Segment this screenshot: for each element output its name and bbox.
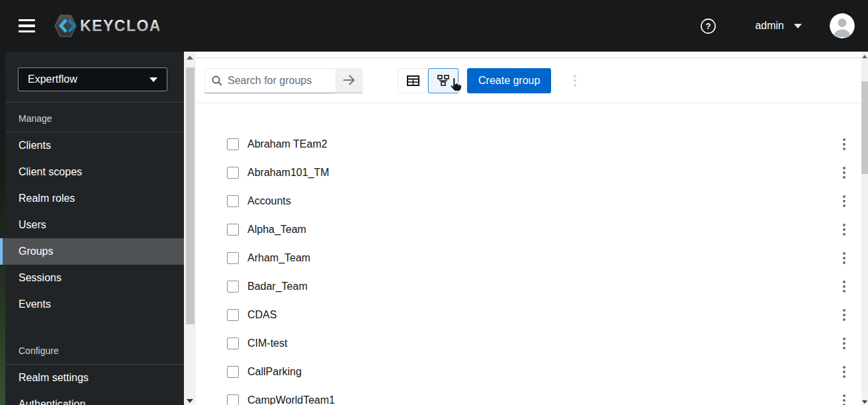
row-checkbox[interactable] xyxy=(227,195,239,207)
main-scrollbar[interactable] xyxy=(861,52,868,405)
svg-text:KEYCLOAK: KEYCLOAK xyxy=(80,17,159,34)
row-checkbox[interactable] xyxy=(227,224,239,236)
group-name-link[interactable]: Abraham101_TM xyxy=(247,167,329,179)
divider xyxy=(196,52,861,58)
row-checkbox[interactable] xyxy=(227,309,239,321)
row-kebab-menu[interactable] xyxy=(840,278,848,295)
row-checkbox[interactable] xyxy=(227,167,239,179)
search-group xyxy=(204,68,363,93)
group-name-link[interactable]: Arham_Team xyxy=(247,252,310,264)
row-checkbox[interactable] xyxy=(227,252,239,264)
keycloak-logo-icon: KEYCLOAK xyxy=(52,11,159,40)
row-checkbox[interactable] xyxy=(227,338,239,349)
chevron-down-icon xyxy=(150,77,157,82)
group-list: Abraham TEam2 Abraham101_TM Accounts Alp… xyxy=(196,103,861,405)
hamburger-menu-icon[interactable] xyxy=(19,19,35,33)
masthead-right: ? admin xyxy=(700,13,868,38)
table-row: Accounts xyxy=(196,187,861,215)
table-row: Alpha_Team xyxy=(196,215,861,244)
scroll-up-icon[interactable] xyxy=(862,55,867,58)
row-kebab-menu[interactable] xyxy=(840,363,848,381)
sidebar-item-authentication[interactable]: Authentication xyxy=(0,391,184,405)
help-icon[interactable]: ? xyxy=(700,18,716,34)
sidebar-item-users[interactable]: Users xyxy=(0,212,184,238)
scrollbar-thumb[interactable] xyxy=(186,68,195,324)
sidebar-nav: ManageClientsClient scopesRealm rolesUse… xyxy=(0,103,184,405)
table-row: Arham_Team xyxy=(196,244,861,272)
tree-view-toggle[interactable] xyxy=(428,68,458,93)
table-row: Abraham101_TM xyxy=(196,158,861,187)
table-row: Badar_Team xyxy=(196,272,861,300)
search-input[interactable] xyxy=(204,68,336,93)
row-kebab-menu[interactable] xyxy=(840,164,848,181)
sidebar-item-realm-roles[interactable]: Realm roles xyxy=(0,185,184,212)
row-kebab-menu[interactable] xyxy=(840,335,848,352)
sidebar-item-clients[interactable]: Clients xyxy=(0,132,184,159)
group-name-link[interactable]: CDAS xyxy=(247,309,277,321)
scroll-up-icon[interactable] xyxy=(187,56,193,60)
tree-view-icon xyxy=(437,75,449,86)
sidebar-item-client-scopes[interactable]: Client scopes xyxy=(0,159,184,185)
scroll-down-icon[interactable] xyxy=(187,399,193,403)
sidebar-item-events[interactable]: Events xyxy=(0,291,184,318)
table-row: CDAS xyxy=(196,300,861,329)
toolbar-kebab-menu[interactable] xyxy=(571,72,579,89)
groups-toolbar: Create group xyxy=(196,58,861,103)
table-row: Abraham TEam2 xyxy=(196,130,861,158)
table-row: CIM-test xyxy=(196,329,861,357)
group-name-link[interactable]: Accounts xyxy=(247,195,291,207)
scrollbar-thumb[interactable] xyxy=(861,81,868,174)
group-name-link[interactable]: CIM-test xyxy=(247,338,287,349)
avatar[interactable] xyxy=(830,13,855,38)
sidebar-scrollbar[interactable] xyxy=(184,52,196,405)
sidebar: Expertflow ManageClientsClient scopesRea… xyxy=(0,52,184,405)
sidebar-item-groups[interactable]: Groups xyxy=(0,238,184,265)
realm-name: Expertflow xyxy=(28,73,77,85)
row-checkbox[interactable] xyxy=(227,281,239,292)
group-name-link[interactable]: Abraham TEam2 xyxy=(247,138,327,150)
group-name-link[interactable]: Badar_Team xyxy=(247,281,308,292)
nav-gap xyxy=(0,318,184,335)
row-kebab-menu[interactable] xyxy=(840,249,848,267)
row-kebab-menu[interactable] xyxy=(840,392,848,405)
row-kebab-menu[interactable] xyxy=(840,136,848,153)
scroll-down-icon[interactable] xyxy=(862,400,867,404)
user-name: admin xyxy=(755,20,784,32)
row-kebab-menu[interactable] xyxy=(840,306,848,324)
table-icon xyxy=(407,75,419,86)
table-view-toggle[interactable] xyxy=(398,68,428,93)
mouse-cursor-icon xyxy=(448,77,463,96)
sidebar-item-realm-settings[interactable]: Realm settings xyxy=(0,365,184,391)
search-submit-button[interactable] xyxy=(336,68,363,93)
group-name-link[interactable]: Alpha_Team xyxy=(247,224,306,236)
sidebar-item-sessions[interactable]: Sessions xyxy=(0,265,184,291)
row-kebab-menu[interactable] xyxy=(840,221,848,238)
table-row: CampWorldTeam1 xyxy=(196,386,861,405)
groups-page: Create group Abraham TEam2 Abraham101_TM… xyxy=(196,52,861,405)
chevron-down-icon xyxy=(794,24,802,28)
row-checkbox[interactable] xyxy=(227,138,239,150)
nav-section-title-configure: Configure xyxy=(0,335,184,364)
masthead: KEYCLOAK ? admin xyxy=(0,0,868,52)
group-name-link[interactable]: CallParking xyxy=(247,366,302,378)
nav-section-title-manage: Manage xyxy=(0,103,184,132)
search-icon xyxy=(212,75,222,89)
svg-text:?: ? xyxy=(706,21,711,31)
group-name-link[interactable]: CampWorldTeam1 xyxy=(247,394,335,405)
view-toggle-group xyxy=(398,68,458,93)
create-group-button[interactable]: Create group xyxy=(467,68,551,93)
row-checkbox[interactable] xyxy=(227,366,239,378)
table-row: CallParking xyxy=(196,357,861,386)
realm-selector[interactable]: Expertflow xyxy=(18,68,167,91)
keycloak-logo: KEYCLOAK xyxy=(52,11,159,40)
user-dropdown[interactable]: admin xyxy=(755,20,802,32)
arrow-right-icon xyxy=(343,74,356,86)
row-kebab-menu[interactable] xyxy=(840,193,848,210)
row-checkbox[interactable] xyxy=(227,394,239,405)
